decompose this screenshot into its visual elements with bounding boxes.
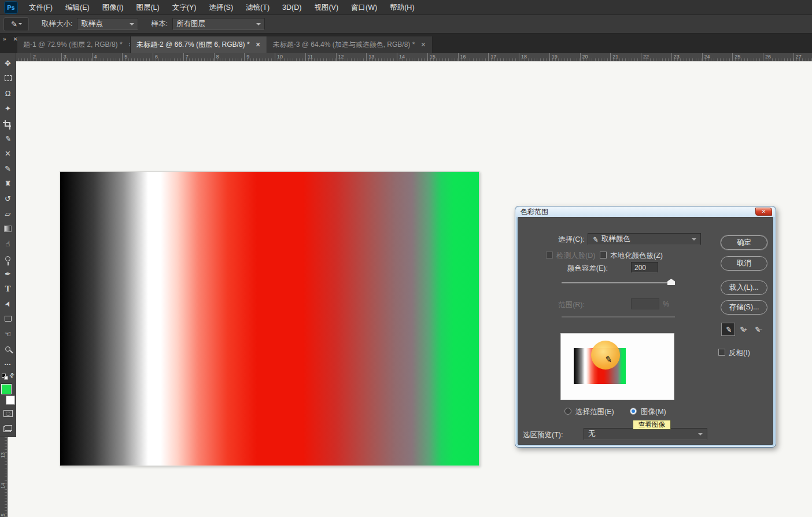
eyedropper-sample-button[interactable]: ✐ <box>721 323 735 336</box>
type-tool[interactable]: T <box>1 281 16 296</box>
radio-image[interactable] <box>630 408 637 415</box>
ruler-number: 7 <box>186 54 189 60</box>
menu-item[interactable]: 文字(Y) <box>166 0 203 15</box>
dialog-close-button[interactable]: ✕ <box>755 208 772 216</box>
horizontal-ruler[interactable]: 2345678910111213141516171819202122232425… <box>0 53 812 61</box>
selection-preview-box[interactable]: ✐ <box>560 333 674 400</box>
menu-item[interactable]: 图层(L) <box>130 0 165 15</box>
cancel-button[interactable]: 取消 <box>721 256 767 271</box>
brush-tool[interactable]: ✎ <box>1 161 16 176</box>
eraser-tool[interactable]: ▱ <box>1 206 16 221</box>
clone-stamp-tool[interactable]: ♜ <box>1 176 16 191</box>
tools-panel: ✥Ω✦✐✕✎♜↺▱☝✒T➤☜•••⇄ <box>0 53 16 437</box>
eyedropper-tool-icon: ✐ <box>3 134 13 142</box>
save-button[interactable]: 存储(S)... <box>721 300 767 315</box>
range-input <box>631 298 659 309</box>
fuzziness-label: 颜色容差(E): <box>553 264 608 274</box>
sample-size-dropdown[interactable]: 取样点 <box>77 18 138 30</box>
move-tool[interactable]: ✥ <box>1 56 16 71</box>
crop-tool[interactable] <box>1 116 16 131</box>
eyedropper-add-button[interactable]: ✐+ <box>736 323 750 336</box>
document-tab[interactable]: 未标题-3 @ 64.4% (加选与减选颜色, RGB/8) *✕ <box>267 36 433 53</box>
menu-item[interactable]: 图像(I) <box>96 0 130 15</box>
screen-mode-toggle[interactable] <box>1 421 16 436</box>
document-tab[interactable]: 未标题-2 @ 66.7% (图层 6, RGB/8) *✕ <box>131 36 267 53</box>
clone-stamp-tool-icon: ♜ <box>5 179 12 188</box>
vertical-ruler[interactable]: 131415 <box>0 437 8 517</box>
lasso-tool[interactable]: Ω <box>1 86 16 101</box>
localized-clusters-checkbox[interactable] <box>600 252 607 258</box>
patch-tool[interactable]: ✕ <box>1 146 16 161</box>
ruler-number: 24 <box>704 54 710 60</box>
eyedropper-subtract-button[interactable]: ✐− <box>751 323 765 336</box>
history-brush-tool[interactable]: ↺ <box>1 191 16 206</box>
menu-item[interactable]: 视图(V) <box>308 0 345 15</box>
menu-item[interactable]: 编辑(E) <box>59 0 96 15</box>
ruler-number: 23 <box>674 54 680 60</box>
sample-size-label: 取样大小: <box>42 19 72 29</box>
zoom-tool[interactable] <box>1 341 16 356</box>
pen-tool[interactable]: ✒ <box>1 266 16 281</box>
ruler-number: 20 <box>582 54 588 60</box>
path-selection-tool-icon: ➤ <box>2 299 13 308</box>
selection-preview-dropdown[interactable]: 无 <box>584 428 707 440</box>
quick-mask-toggle[interactable] <box>1 406 16 421</box>
select-label: 选择(C): <box>541 235 585 245</box>
dialog-title-bar[interactable]: 色彩范围 <box>516 207 775 217</box>
document-gradient-image[interactable] <box>60 171 479 466</box>
fuzziness-slider-thumb[interactable] <box>667 279 675 285</box>
tab-close-icon[interactable]: ✕ <box>420 41 426 49</box>
menu-item[interactable]: 选择(S) <box>202 0 239 15</box>
fuzziness-input[interactable] <box>631 262 658 273</box>
document-tab[interactable]: 题-1 @ 72.9% (图层 2, RGB/8) *✕ <box>17 36 131 53</box>
foreground-color-swatch[interactable] <box>1 384 12 394</box>
menu-item[interactable]: 文件(F) <box>23 0 59 15</box>
edit-toolbar-ellipsis[interactable]: ••• <box>1 356 16 371</box>
dodge-tool-icon <box>5 256 10 261</box>
radio-selection[interactable] <box>564 408 571 415</box>
ruler-number: 9 <box>246 54 249 60</box>
hand-tool[interactable]: ☜ <box>1 326 16 341</box>
sample-layers-dropdown[interactable]: 所有图层 <box>172 18 265 30</box>
eyedropper-tool[interactable]: ✐ <box>1 131 16 146</box>
radio-image-label: 图像(M) <box>641 407 666 417</box>
smudge-tool[interactable]: ☝ <box>1 236 16 251</box>
document-tab-bar: »✕ 题-1 @ 72.9% (图层 2, RGB/8) *✕未标题-2 @ 6… <box>0 34 812 53</box>
menu-item[interactable]: 窗口(W) <box>345 0 383 15</box>
swap-swatches-icon[interactable]: ⇄ <box>8 371 16 379</box>
sample-layers-value: 所有图层 <box>176 19 205 29</box>
dodge-tool[interactable] <box>1 251 16 266</box>
eyedropper-icon: ✐ <box>9 21 18 27</box>
load-button[interactable]: 载入(L)... <box>721 280 767 295</box>
detect-faces-checkbox[interactable] <box>546 252 553 258</box>
swatch-controls-icon: ⇄ <box>2 372 14 381</box>
history-brush-tool-icon: ↺ <box>5 194 11 203</box>
tool-preset-button[interactable]: ✐ <box>3 17 29 31</box>
fg-bg-swatches-icon <box>1 383 16 405</box>
tab-close-icon[interactable]: ✕ <box>256 41 261 49</box>
expand-panels-icon[interactable]: » <box>3 36 6 42</box>
quick-selection-tool[interactable]: ✦ <box>1 101 16 116</box>
select-dropdown[interactable]: ✐ 取样颜色 <box>588 233 701 245</box>
path-selection-tool[interactable]: ➤ <box>1 296 16 311</box>
panel-control-icons[interactable]: »✕ <box>3 36 18 42</box>
fuzziness-slider-track[interactable] <box>562 282 675 283</box>
ok-button[interactable]: 确定 <box>721 235 767 250</box>
crop-tool-icon <box>5 120 11 127</box>
chevron-down-icon <box>130 23 134 25</box>
ruler-number: 16 <box>460 54 466 60</box>
background-color-swatch[interactable] <box>6 396 15 405</box>
menu-item[interactable]: 滤镜(T) <box>239 0 276 15</box>
ruler-number: 18 <box>521 54 527 60</box>
gradient-tool[interactable] <box>1 221 16 236</box>
marquee-tool[interactable] <box>1 71 16 86</box>
fg-bg-swatches[interactable] <box>1 382 16 406</box>
swatch-controls[interactable]: ⇄ <box>1 371 16 382</box>
menu-item[interactable]: 3D(D) <box>276 0 308 15</box>
pen-tool-icon: ✒ <box>5 269 11 278</box>
menu-item[interactable]: 帮助(H) <box>383 0 420 15</box>
localized-clusters-label: 本地化颜色簇(Z) <box>610 251 663 261</box>
shape-tool[interactable] <box>1 311 16 326</box>
brush-tool-icon: ✎ <box>5 164 11 173</box>
invert-checkbox[interactable] <box>718 349 725 356</box>
